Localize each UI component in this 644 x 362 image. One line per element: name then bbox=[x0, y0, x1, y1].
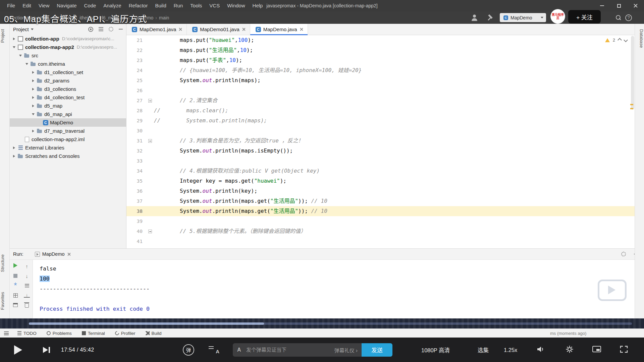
code-line-37[interactable]: 37 System.out.println(maps.get("生活用品"));… bbox=[126, 196, 635, 206]
tree-item-com-itheima[interactable]: com.itheima bbox=[10, 60, 126, 68]
code-line-22[interactable]: 22 maps.put("生活用品",10); bbox=[126, 45, 635, 55]
stop-button[interactable] bbox=[13, 274, 17, 278]
gear-icon[interactable] bbox=[109, 27, 113, 32]
code-line-31[interactable]: 31 // 3.判断集合是否为空，为空返回true ，反之！ bbox=[126, 136, 635, 146]
tool-strip-project[interactable]: Project bbox=[0, 29, 9, 43]
follow-button[interactable]: + 关注 bbox=[568, 10, 601, 23]
gear-icon[interactable] bbox=[621, 252, 626, 256]
close-icon[interactable] bbox=[67, 252, 71, 256]
code-line-28[interactable]: 28// maps.clear(); bbox=[126, 106, 635, 116]
tree-item-d7-map-traversal[interactable]: d7_map_traversal bbox=[10, 127, 126, 135]
menu-item-vcs[interactable]: VCS bbox=[206, 0, 223, 11]
breadcrumb-item-main[interactable]: main bbox=[158, 15, 170, 20]
menu-item-run[interactable]: Run bbox=[170, 0, 187, 11]
tree-item-collection-app[interactable]: collection-appD:\code\javasepromax\c... bbox=[10, 35, 126, 43]
run-tab[interactable]: MapDemo bbox=[32, 249, 74, 259]
play-button[interactable] bbox=[14, 345, 22, 355]
collapse-all-icon[interactable] bbox=[99, 27, 103, 31]
statusbar-tab-problems[interactable]: Problems bbox=[47, 331, 72, 336]
tree-item-d2-params[interactable]: d2_params bbox=[10, 76, 126, 85]
code-line-21[interactable]: 21 maps.put("huawei",100); bbox=[126, 35, 635, 45]
pause-output-button[interactable] bbox=[12, 283, 18, 289]
toolwindow-switcher-icon[interactable] bbox=[4, 331, 9, 335]
code-line-27[interactable]: 27 // 2.清空集合 bbox=[126, 96, 635, 106]
tree-item-collection-map-app2-iml[interactable]: collection-map-app2.iml bbox=[10, 135, 126, 143]
maximize-button[interactable] bbox=[610, 0, 627, 11]
warning-count[interactable]: 2 bbox=[613, 38, 615, 43]
uploader-avatar[interactable]: 黑马程序员 bbox=[550, 9, 565, 24]
user-icon[interactable] bbox=[471, 14, 478, 21]
player-settings-icon[interactable] bbox=[566, 345, 574, 355]
menu-item-help[interactable]: Help bbox=[249, 0, 267, 11]
tree-item-src[interactable]: src bbox=[10, 51, 126, 60]
print-button[interactable] bbox=[13, 303, 18, 307]
search-icon[interactable] bbox=[615, 14, 622, 21]
playback-speed-selector[interactable]: 1.25x bbox=[504, 347, 517, 353]
tool-strip-favorites[interactable]: Favorites bbox=[0, 292, 9, 310]
previous-warning-icon[interactable] bbox=[618, 38, 622, 42]
code-editor[interactable]: 21 maps.put("huawei",100);22 maps.put("生… bbox=[126, 35, 635, 248]
editor-tab-mapdemo1-java[interactable]: CMapDemo1.java bbox=[126, 24, 187, 35]
tree-item-d1-collection-set[interactable]: d1_collection_set bbox=[10, 68, 126, 76]
project-panel-title[interactable]: Project bbox=[13, 26, 29, 32]
tree-item-d4-collection-test[interactable]: d4_collection_test bbox=[10, 93, 126, 102]
episodes-selector[interactable]: 选集 bbox=[478, 346, 489, 354]
volume-icon[interactable] bbox=[537, 346, 545, 354]
tree-arrow[interactable] bbox=[31, 105, 36, 107]
editor-tab-mapdemo-java[interactable]: CMapDemo.java bbox=[250, 24, 308, 35]
danmaku-etiquette-link[interactable]: 弹幕礼仪 bbox=[334, 346, 358, 353]
menu-item-code[interactable]: Code bbox=[80, 0, 100, 11]
danmaku-toggle[interactable]: 弹 bbox=[183, 344, 194, 356]
tree-item-d3-collections[interactable]: d3_collections bbox=[10, 85, 126, 93]
tree-arrow[interactable] bbox=[31, 79, 36, 82]
statusbar-tab-profiler[interactable]: Profiler bbox=[115, 331, 136, 336]
next-warning-icon[interactable] bbox=[624, 38, 628, 42]
danmaku-font-icon[interactable]: A bbox=[237, 347, 241, 353]
down-stack-trace-button[interactable] bbox=[24, 273, 30, 279]
tree-arrow[interactable] bbox=[31, 88, 36, 90]
danmaku-settings-icon[interactable]: A bbox=[209, 346, 219, 354]
menu-item-build[interactable]: Build bbox=[151, 0, 170, 11]
up-stack-trace-button[interactable] bbox=[24, 263, 30, 269]
soft-wrap-button[interactable] bbox=[25, 284, 29, 288]
menu-item-edit[interactable]: Edit bbox=[19, 0, 35, 11]
mini-player-icon[interactable] bbox=[592, 346, 601, 354]
code-line-32[interactable]: 32 System.out.println(maps.isEmpty()); bbox=[126, 146, 635, 156]
code-line-38[interactable]: 38 System.out.println(maps.get("生活用品"));… bbox=[126, 206, 635, 216]
send-danmaku-button[interactable]: 发送 bbox=[362, 343, 392, 357]
code-line-41[interactable]: 41 bbox=[126, 236, 635, 246]
build-hammer-icon[interactable] bbox=[487, 14, 494, 21]
tree-arrow[interactable] bbox=[12, 38, 16, 40]
code-line-34[interactable]: 34 // 4.根据键获取对应值:public V get(Object key… bbox=[126, 166, 635, 176]
tree-item-d6-map-api[interactable]: d6_map_api bbox=[10, 110, 126, 118]
tree-arrow[interactable] bbox=[24, 63, 29, 65]
code-line-24[interactable]: 24 // {huawei=100, 手表=10, 生活用品=10, iphon… bbox=[126, 65, 635, 75]
fold-icon[interactable] bbox=[148, 139, 152, 143]
tool-strip-database[interactable]: Database bbox=[635, 29, 644, 48]
scrollbar-warning-mark[interactable] bbox=[630, 104, 633, 105]
video-progress-area[interactable] bbox=[0, 318, 644, 328]
tree-arrow[interactable] bbox=[31, 130, 36, 132]
code-line-25[interactable]: 25 System.out.println(maps); bbox=[126, 75, 635, 85]
rerun-button[interactable] bbox=[13, 263, 17, 268]
seek-bar[interactable] bbox=[29, 322, 632, 325]
minimize-button[interactable] bbox=[594, 0, 610, 11]
menu-item-navigate[interactable]: Navigate bbox=[53, 0, 80, 11]
close-icon[interactable] bbox=[300, 27, 303, 31]
hide-panel-icon[interactable] bbox=[119, 29, 123, 29]
clear-all-button[interactable] bbox=[25, 303, 29, 308]
menu-item-refactor[interactable]: Refactor bbox=[125, 0, 152, 11]
tree-item-mapdemo[interactable]: CMapDemo bbox=[10, 118, 126, 127]
tree-arrow[interactable] bbox=[12, 46, 16, 48]
tree-arrow[interactable] bbox=[31, 96, 36, 99]
tree-item-scratches-and-consoles[interactable]: Scratches and Consoles bbox=[10, 152, 126, 160]
tree-item-d5-map[interactable]: d5_map bbox=[10, 102, 126, 110]
run-configuration-select[interactable]: C MapDemo bbox=[500, 13, 546, 22]
code-line-33[interactable]: 33 bbox=[126, 156, 635, 166]
scroll-to-end-button[interactable] bbox=[24, 292, 30, 298]
quality-selector[interactable]: 1080P 高清 bbox=[421, 346, 450, 354]
code-line-26[interactable]: 26 bbox=[126, 85, 635, 96]
code-line-23[interactable]: 23 maps.put("手表",10); bbox=[126, 55, 635, 65]
menu-item-view[interactable]: View bbox=[35, 0, 53, 11]
code-line-40[interactable]: 40 // 5.根据键删除整个元素。（删除键会返回键的值） bbox=[126, 226, 635, 236]
